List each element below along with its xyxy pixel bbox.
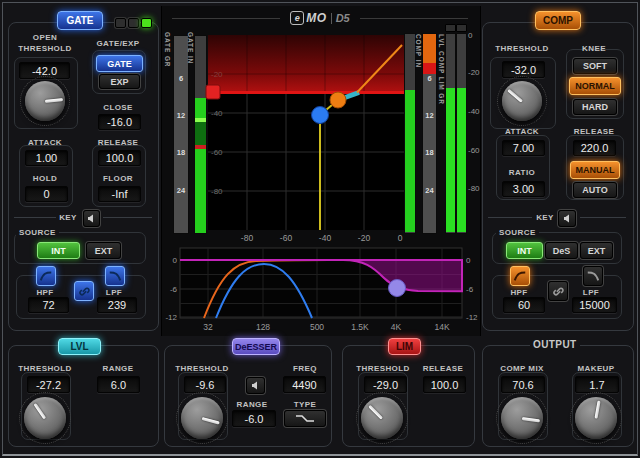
knob-pointer — [508, 89, 523, 103]
eq-y-tick-right: -12 — [466, 313, 478, 322]
deesser-freq-handle[interactable] — [389, 280, 406, 297]
link-icon — [552, 285, 565, 298]
gate-source-int-button[interactable]: INT — [37, 242, 80, 259]
gate-section-button[interactable]: GATE — [57, 11, 103, 30]
lvl-section-button[interactable]: LVL — [58, 338, 101, 355]
deesser-threshold-value[interactable]: -9.6 — [184, 376, 226, 393]
gate-gr-tick: 12 — [177, 111, 185, 120]
gate-threshold-handle[interactable] — [312, 107, 329, 124]
gate-attack-value[interactable]: 1.00 — [25, 150, 68, 166]
knob-pointer — [33, 402, 46, 419]
gate-hpf-label: HPF — [36, 288, 53, 297]
makeup-value[interactable]: 1.7 — [575, 376, 619, 393]
gr-meter-label: LVL COMP LIM GR — [438, 34, 445, 105]
comp-threshold-knob[interactable] — [502, 81, 542, 121]
deesser-section-button[interactable]: DeESSER — [232, 338, 280, 355]
limiter-threshold-handle[interactable] — [206, 85, 220, 99]
lim-threshold-value[interactable]: -29.0 — [364, 376, 407, 393]
comp-threshold-label: THRESHOLD — [495, 44, 548, 53]
comp-mix-knob[interactable] — [501, 397, 543, 439]
comp-knee-soft-button[interactable]: SOFT — [573, 58, 617, 74]
gate-lpf-value[interactable]: 239 — [97, 297, 137, 313]
comp-ratio-value[interactable]: 3.00 — [502, 181, 545, 197]
eq-x-tick: 1.5K — [351, 322, 369, 332]
lvl-range-value[interactable]: 6.0 — [97, 376, 140, 393]
logo-band: e MO D5 — [162, 8, 478, 28]
comp-hpf-value[interactable]: 60 — [503, 297, 545, 313]
comp-key-monitor-button[interactable] — [558, 210, 576, 227]
eq-y-tick-left: 0 — [173, 256, 177, 265]
deesser-monitor-button[interactable] — [246, 377, 265, 394]
gate-mode-gate-button[interactable]: GATE — [96, 55, 143, 72]
deesser-freq-value[interactable]: 4490 — [283, 376, 326, 393]
out-meter-left — [445, 33, 456, 234]
gate-floor-value[interactable]: -Inf — [98, 186, 141, 202]
gate-filter-link-button[interactable] — [74, 281, 94, 301]
lpf-icon — [108, 269, 122, 283]
comp-lpf-value[interactable]: 15000 — [572, 297, 617, 313]
graph-y-tick: -40 — [211, 109, 223, 118]
comp-source-label: SOURCE — [496, 228, 539, 237]
comp-mix-value[interactable]: 70.6 — [501, 376, 545, 393]
out-fill-right — [457, 88, 466, 232]
comp-lpf-button[interactable] — [583, 266, 603, 286]
comp-hpf-label: HPF — [510, 288, 527, 297]
gate-mode-exp-button[interactable]: EXP — [99, 74, 140, 89]
comp-source-ext-button[interactable]: EXT — [580, 242, 613, 259]
comp-source-int-button[interactable]: INT — [506, 242, 543, 259]
lim-threshold-knob[interactable] — [361, 397, 403, 439]
lvl-threshold-knob[interactable] — [24, 397, 66, 439]
deesser-type-button[interactable] — [284, 410, 326, 427]
gate-open-label: OPEN — [33, 33, 57, 42]
comp-release-value[interactable]: 220.0 — [573, 140, 616, 156]
gate-source-ext-button[interactable]: EXT — [86, 242, 121, 259]
comp-key-label: KEY — [536, 213, 554, 222]
comp-hpf-button[interactable] — [510, 266, 530, 286]
comp-release-auto-button[interactable]: AUTO — [573, 182, 617, 198]
gate-close-value[interactable]: -16.0 — [98, 114, 141, 130]
lim-release-value[interactable]: 100.0 — [423, 376, 466, 393]
gr-tick: 6 — [427, 74, 431, 83]
comp-threshold-handle[interactable] — [330, 92, 346, 108]
gate-release-value[interactable]: 100.0 — [98, 150, 141, 166]
gate-hpf-value[interactable]: 72 — [28, 297, 69, 313]
gate-hold-label: HOLD — [33, 174, 57, 183]
eq-y-tick-right: -6 — [466, 285, 473, 294]
comp-filter-link-button[interactable] — [548, 281, 568, 301]
gate-gr-tick: 24 — [177, 186, 185, 195]
hpf-icon — [513, 269, 527, 283]
eq-x-tick: 14K — [434, 322, 449, 332]
comp-source-des-button[interactable]: DeS — [545, 242, 578, 259]
emo-logo-mo: MO — [306, 11, 326, 25]
lim-section-button[interactable]: LIM — [388, 338, 421, 355]
eq-y-tick-right: 0 — [466, 256, 470, 265]
makeup-knob[interactable] — [575, 397, 617, 439]
comp-attack-value[interactable]: 7.00 — [502, 140, 545, 156]
comp-knee-normal-button[interactable]: NORMAL — [569, 77, 621, 95]
graph-y-tick: -20 — [211, 70, 223, 79]
lvl-threshold-label: THRESHOLD — [18, 364, 71, 373]
gate-hpf-button[interactable] — [36, 266, 56, 286]
lvl-threshold-value[interactable]: -27.2 — [27, 376, 70, 393]
gate-lpf-button[interactable] — [105, 266, 125, 286]
gate-key-monitor-button[interactable] — [83, 210, 100, 227]
lvl-range-label: RANGE — [103, 364, 134, 373]
knob-pointer — [368, 404, 383, 419]
speaker-icon — [86, 213, 97, 224]
deesser-range-value[interactable]: -6.0 — [232, 410, 276, 427]
lim-threshold-label: THRESHOLD — [356, 364, 409, 373]
out-scale-tick: -20 — [468, 68, 480, 77]
gate-in-fill — [195, 98, 206, 118]
comp-in-fill — [405, 90, 415, 232]
deesser-threshold-knob[interactable] — [181, 397, 223, 439]
gate-gr-tick: 6 — [179, 74, 183, 83]
comp-section-button[interactable]: COMP — [535, 11, 581, 30]
output-section-label: OUTPUT — [530, 339, 580, 350]
gate-in-meter-label: GATE IN — [187, 32, 194, 64]
gate-open-threshold-knob[interactable] — [25, 81, 65, 121]
eq-y-tick-left: -12 — [165, 313, 177, 322]
gate-hold-value[interactable]: 0 — [25, 186, 68, 202]
key-filter-display — [180, 248, 462, 318]
comp-knee-hard-button[interactable]: HARD — [573, 99, 617, 115]
comp-release-manual-button[interactable]: MANUAL — [570, 161, 620, 179]
